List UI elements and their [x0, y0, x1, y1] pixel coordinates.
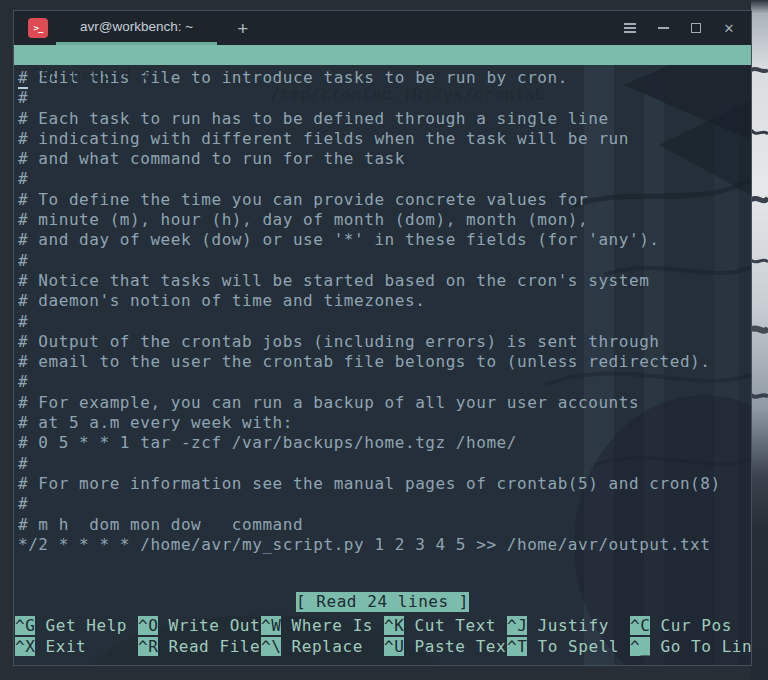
shortcut-key: ^J [507, 616, 527, 635]
terminal-tab[interactable]: avr@workbench: ~ [56, 11, 217, 45]
shortcut-cur-pos[interactable]: ^C Cur Pos [630, 615, 751, 636]
shortcut-label: Where Is [281, 616, 373, 635]
shortcut-key: ^T [507, 637, 527, 656]
minimize-icon[interactable] [655, 20, 671, 36]
shortcut-row: ^G Get Help^O Write Out^W Where Is^K Cut… [15, 615, 751, 636]
nano-header-bar: GNU nano 4.8 /tmp/crontab.fRj7ys/crontab [14, 45, 751, 65]
buffer-line: # [18, 372, 751, 392]
buffer-line: # [18, 494, 751, 514]
shortcut-paste-text[interactable]: ^U Paste Text [384, 636, 507, 657]
shortcut-key: ^W [261, 616, 281, 635]
shortcut-get-help[interactable]: ^G Get Help [15, 615, 138, 636]
buffer-line: # minute (m), hour (h), day of month (do… [18, 210, 751, 230]
shortcut-label: To Spell [527, 637, 619, 656]
shortcut-key: ^C [630, 616, 650, 635]
buffer-line: # To define the time you can provide con… [18, 190, 751, 210]
buffer-line: # For example, you can run a backup of a… [18, 393, 751, 413]
status-row: [ Read 24 lines ] [14, 592, 751, 612]
shortcut-label: Replace [281, 637, 362, 656]
shortcut-go-to-line[interactable]: ^_ Go To Line [630, 636, 751, 657]
shortcut-key: ^_ [630, 637, 650, 656]
shortcut-replace[interactable]: ^\ Replace [261, 636, 384, 657]
shortcut-label: Paste Text [404, 637, 516, 656]
shortcut-label: Exit [35, 637, 86, 656]
shortcut-cut-text[interactable]: ^K Cut Text [384, 615, 507, 636]
maximize-icon[interactable] [688, 20, 704, 36]
shortcut-read-file[interactable]: ^R Read File [138, 636, 261, 657]
buffer-line: # and day of week (dow) or use '*' in th… [18, 230, 751, 250]
buffer-line: # [18, 169, 751, 189]
nano-editor: GNU nano 4.8 /tmp/crontab.fRj7ys/crontab… [14, 45, 751, 665]
menu-icon[interactable] [622, 20, 638, 36]
nano-version-label: GNU nano 4.8 [31, 65, 153, 85]
buffer-line: # daemon's notion of time and timezones. [18, 291, 751, 311]
shortcut-help-bar: ^G Get Help^O Write Out^W Where Is^K Cut… [14, 615, 751, 665]
terminal-icon: >_ [34, 23, 43, 33]
editor-buffer[interactable]: # Edit this file to introduce tasks to b… [14, 65, 751, 592]
buffer-line: # 0 5 * * 1 tar -zcf /var/backups/home.t… [18, 433, 751, 453]
buffer-line: # m h dom mon dow command [18, 515, 751, 535]
tab-title: avr@workbench: ~ [80, 19, 193, 34]
status-message: [ Read 24 lines ] [296, 592, 469, 612]
shortcut-label: Cut Text [404, 616, 496, 635]
window-controls: ✕ [622, 20, 737, 36]
buffer-line: # Output of the crontab jobs (including … [18, 332, 751, 352]
shortcut-key: ^R [138, 637, 158, 656]
shortcut-label: Cur Pos [650, 616, 731, 635]
buffer-line: # [18, 251, 751, 271]
buffer-line: # [18, 454, 751, 474]
shortcut-to-spell[interactable]: ^T To Spell [507, 636, 630, 657]
shortcut-label: Justify [527, 616, 608, 635]
shortcut-key: ^G [15, 616, 35, 635]
buffer-line: # Each task to run has to be defined thr… [18, 109, 751, 129]
buffer-line: # indicating with different fields when … [18, 129, 751, 149]
shortcut-label: Go To Line [650, 637, 751, 656]
shortcut-write-out[interactable]: ^O Write Out [138, 615, 261, 636]
shortcut-exit[interactable]: ^X Exit [15, 636, 138, 657]
shortcut-where-is[interactable]: ^W Where Is [261, 615, 384, 636]
shortcut-key: ^X [15, 637, 35, 656]
nano-file-path: /tmp/crontab.fRj7ys/crontab [270, 85, 545, 105]
buffer-line: # and what command to run for the task [18, 149, 751, 169]
shortcut-key: ^O [138, 616, 158, 635]
buffer-line: # Notice that tasks will be started base… [18, 271, 751, 291]
buffer-line: # at 5 a.m every week with: [18, 413, 751, 433]
new-tab-button[interactable]: + [231, 19, 254, 38]
shortcut-label: Write Out [158, 616, 260, 635]
close-icon[interactable]: ✕ [721, 20, 737, 36]
buffer-line: */2 * * * * /home/avr/my_script.py 1 2 3… [18, 535, 751, 555]
buffer-line: # email to the user the crontab file bel… [18, 352, 751, 372]
buffer-line: # For more information see the manual pa… [18, 474, 751, 494]
shortcut-label: Read File [158, 637, 260, 656]
shortcut-key: ^\ [261, 637, 281, 656]
shortcut-row: ^X Exit^R Read File^\ Replace^U Paste Te… [15, 636, 751, 657]
terminal-app-icon: >_ [28, 18, 48, 38]
window-titlebar: >_ avr@workbench: ~ + ✕ [14, 11, 751, 45]
buffer-line: # [18, 312, 751, 332]
shortcut-key: ^K [384, 616, 404, 635]
shortcut-justify[interactable]: ^J Justify [507, 615, 630, 636]
shortcut-label: Get Help [35, 616, 127, 635]
desktop-wallpaper [751, 0, 768, 680]
terminal-window: >_ avr@workbench: ~ + ✕ GNU [13, 10, 752, 666]
shortcut-key: ^U [384, 637, 404, 656]
